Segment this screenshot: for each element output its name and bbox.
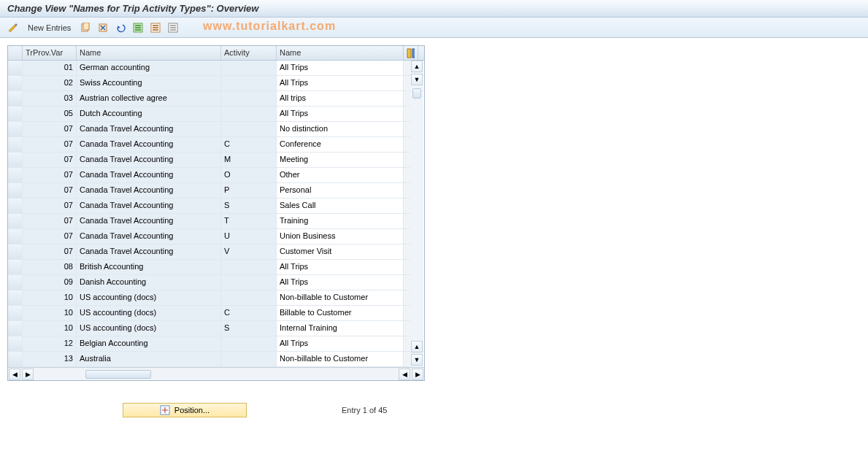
cell-activity[interactable]: M — [221, 153, 277, 167]
cell-activity[interactable]: V — [221, 244, 277, 259]
cell-name1[interactable]: Canada Travel Accounting — [77, 168, 221, 182]
scroll-down-icon[interactable]: ▼ — [411, 354, 423, 366]
row-selector[interactable] — [8, 153, 23, 167]
cell-name2[interactable]: Personal — [277, 183, 404, 198]
cell-name1[interactable]: Canada Travel Accounting — [77, 122, 221, 136]
cell-activity[interactable]: P — [221, 183, 277, 198]
scroll-down-small-icon[interactable]: ▼ — [411, 74, 423, 85]
table-row[interactable]: 10US accounting (docs)Non-billable to Cu… — [8, 290, 424, 306]
cell-trprov[interactable]: 05 — [23, 107, 77, 121]
cell-name1[interactable]: US accounting (docs) — [77, 290, 221, 305]
cell-activity[interactable] — [221, 290, 277, 305]
row-selector[interactable] — [8, 290, 23, 305]
cell-trprov[interactable]: 10 — [23, 290, 77, 305]
table-row[interactable]: 07Canada Travel AccountingCConference — [8, 137, 424, 153]
cell-activity[interactable] — [221, 91, 277, 106]
cell-trprov[interactable]: 13 — [23, 352, 77, 366]
table-settings-icon[interactable] — [404, 46, 418, 60]
cell-trprov[interactable]: 09 — [23, 275, 77, 290]
scroll-thumb[interactable] — [412, 88, 421, 99]
cell-name2[interactable]: Non-billable to Customer — [277, 352, 404, 366]
deselect-all-icon[interactable] — [166, 20, 180, 35]
table-row[interactable]: 07Canada Travel AccountingUUnion Busines… — [8, 229, 424, 244]
table-row[interactable]: 07Canada Travel AccountingOOther — [8, 168, 424, 183]
select-block-icon[interactable] — [148, 20, 163, 35]
cell-name1[interactable]: Austrian collective agree — [77, 91, 221, 106]
cell-name1[interactable]: Dutch Accounting — [77, 107, 221, 121]
cell-trprov[interactable]: 07 — [23, 198, 77, 213]
cell-activity[interactable] — [221, 76, 277, 90]
column-activity[interactable]: Activity — [221, 46, 277, 60]
cell-name1[interactable]: Swiss Accounting — [77, 76, 221, 90]
cell-activity[interactable]: C — [221, 137, 277, 152]
cell-name1[interactable]: Canada Travel Accounting — [77, 214, 221, 228]
scroll-left-icon[interactable]: ◀ — [9, 369, 20, 380]
cell-trprov[interactable]: 07 — [23, 183, 77, 198]
table-row[interactable]: 12Belgian AccountingAll Trips — [8, 336, 424, 352]
cell-name1[interactable]: US accounting (docs) — [77, 321, 221, 336]
cell-name2[interactable]: Other — [277, 168, 404, 182]
row-selector[interactable] — [8, 122, 23, 136]
cell-name2[interactable]: Meeting — [277, 153, 404, 167]
cell-activity[interactable]: S — [221, 321, 277, 336]
row-selector[interactable] — [8, 352, 23, 366]
cell-name1[interactable]: Canada Travel Accounting — [77, 137, 221, 152]
cell-trprov[interactable]: 08 — [23, 260, 77, 274]
cell-name2[interactable]: All Trips — [277, 260, 404, 274]
cell-activity[interactable]: U — [221, 229, 277, 244]
cell-name2[interactable]: Training — [277, 214, 404, 228]
scroll-up-small-icon[interactable]: ▲ — [411, 341, 423, 352]
cell-trprov[interactable]: 10 — [23, 306, 77, 320]
delete-icon[interactable] — [96, 20, 110, 35]
table-row[interactable]: 02Swiss AccountingAll Trips — [8, 76, 424, 91]
row-selector[interactable] — [8, 260, 23, 274]
cell-name2[interactable]: Conference — [277, 137, 404, 152]
new-entries-button[interactable]: New Entries — [25, 22, 74, 34]
column-selector[interactable] — [8, 46, 23, 60]
row-selector[interactable] — [8, 198, 23, 213]
row-selector[interactable] — [8, 214, 23, 228]
cell-activity[interactable] — [221, 336, 277, 351]
toggle-edit-icon[interactable] — [6, 20, 20, 35]
table-row[interactable]: 07Canada Travel AccountingSSales Call — [8, 198, 424, 214]
cell-activity[interactable] — [221, 352, 277, 366]
cell-name2[interactable]: All trips — [277, 91, 404, 106]
cell-name1[interactable]: Belgian Accounting — [77, 336, 221, 351]
cell-activity[interactable]: C — [221, 306, 277, 320]
cell-activity[interactable]: S — [221, 198, 277, 213]
row-selector[interactable] — [8, 321, 23, 336]
cell-name2[interactable]: Sales Call — [277, 198, 404, 213]
cell-trprov[interactable]: 10 — [23, 321, 77, 336]
cell-name1[interactable]: US accounting (docs) — [77, 306, 221, 320]
cell-trprov[interactable]: 07 — [23, 122, 77, 136]
vertical-scrollbar[interactable]: ▲ ▼ ▲ ▼ — [410, 61, 423, 367]
cell-name1[interactable]: Canada Travel Accounting — [77, 244, 221, 259]
table-row[interactable]: 03Austrian collective agreeAll trips — [8, 91, 424, 107]
cell-name1[interactable]: Canada Travel Accounting — [77, 198, 221, 213]
scroll-left-small-icon[interactable]: ◀ — [399, 369, 410, 380]
table-row[interactable]: 08British AccountingAll Trips — [8, 260, 424, 275]
cell-name1[interactable]: Australia — [77, 352, 221, 366]
cell-activity[interactable] — [221, 275, 277, 290]
cell-name2[interactable]: Customer Visit — [277, 244, 404, 259]
cell-name2[interactable]: All Trips — [277, 61, 404, 75]
cell-name2[interactable]: Union Business — [277, 229, 404, 244]
row-selector[interactable] — [8, 336, 23, 351]
cell-trprov[interactable]: 07 — [23, 137, 77, 152]
cell-name2[interactable]: All Trips — [277, 107, 404, 121]
cell-activity[interactable] — [221, 107, 277, 121]
cell-activity[interactable]: T — [221, 214, 277, 228]
row-selector[interactable] — [8, 183, 23, 198]
cell-trprov[interactable]: 07 — [23, 153, 77, 167]
position-button[interactable]: Position... — [123, 403, 247, 417]
cell-activity[interactable] — [221, 122, 277, 136]
table-row[interactable]: 07Canada Travel AccountingNo distinction — [8, 122, 424, 137]
cell-name2[interactable]: Non-billable to Customer — [277, 290, 404, 305]
row-selector[interactable] — [8, 275, 23, 290]
table-row[interactable]: 10US accounting (docs)CBillable to Custo… — [8, 306, 424, 321]
cell-activity[interactable] — [221, 260, 277, 274]
table-row[interactable]: 10US accounting (docs)SInternal Training — [8, 321, 424, 336]
cell-activity[interactable] — [221, 61, 277, 75]
scroll-right-icon[interactable]: ▶ — [412, 369, 423, 380]
scroll-right-small-icon[interactable]: ▶ — [22, 369, 34, 380]
